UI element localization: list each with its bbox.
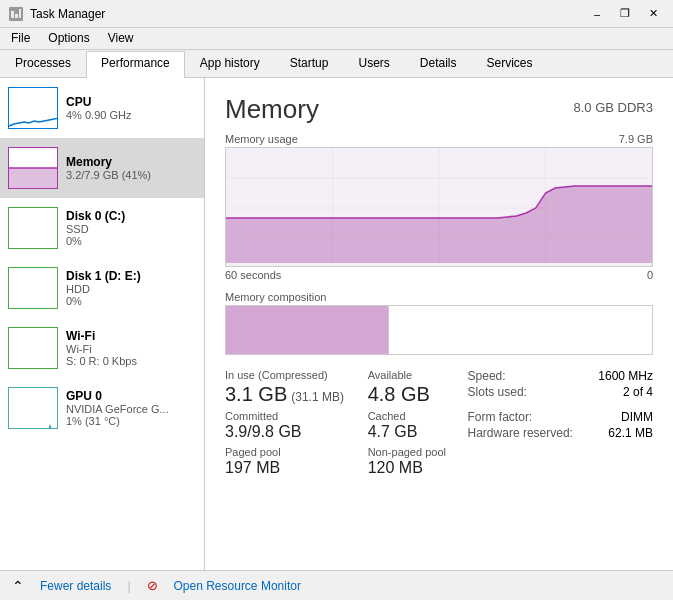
nonpaged-label: Non-paged pool xyxy=(368,446,468,458)
fewer-details-link[interactable]: Fewer details xyxy=(40,579,111,593)
wifi-info: Wi-Fi Wi-Fi S: 0 R: 0 Kbps xyxy=(66,329,196,367)
stat-paged: Paged pool 197 MB xyxy=(225,446,368,477)
restore-button[interactable]: ❐ xyxy=(613,4,637,24)
disk0-title: Disk 0 (C:) xyxy=(66,209,196,223)
menu-options[interactable]: Options xyxy=(45,30,92,47)
tab-app-history[interactable]: App history xyxy=(185,51,275,78)
sidebar-item-cpu[interactable]: CPU 4% 0.90 GHz xyxy=(0,78,204,138)
menu-file[interactable]: File xyxy=(8,30,33,47)
stat-committed: Committed 3.9/9.8 GB xyxy=(225,410,368,442)
stat-specs-right: Speed: 1600 MHz Slots used: 2 of 4 xyxy=(468,369,653,406)
speed-label: Speed: xyxy=(468,369,506,383)
memory-mini-graph xyxy=(8,147,58,189)
svg-rect-2 xyxy=(15,14,18,18)
tabs-bar: Processes Performance App history Startu… xyxy=(0,50,673,78)
comp-available-bar xyxy=(388,306,652,354)
wifi-sub2: S: 0 R: 0 Kbps xyxy=(66,355,196,367)
cached-value: 4.7 GB xyxy=(368,423,468,441)
cpu-mini-graph xyxy=(8,87,58,129)
monitor-icon: ⊘ xyxy=(147,578,158,593)
memory-info: Memory 3.2/7.9 GB (41%) xyxy=(66,155,196,181)
composition-label: Memory composition xyxy=(225,291,653,303)
time-start: 60 seconds xyxy=(225,269,281,281)
in-use-label: In use (Compressed) xyxy=(225,369,368,381)
svg-rect-1 xyxy=(11,11,14,18)
stat-specs-right2: Form factor: DIMM Hardware reserved: 62.… xyxy=(468,410,653,442)
footer: ⌃ Fewer details | ⊘ Open Resource Monito… xyxy=(0,570,673,600)
stat-nonpaged: Non-paged pool 120 MB xyxy=(368,446,468,477)
in-use-value: 3.1 GB xyxy=(225,382,287,406)
sidebar-item-disk0[interactable]: Disk 0 (C:) SSD 0% xyxy=(0,198,204,258)
title-bar: Task Manager – ❐ ✕ xyxy=(0,0,673,28)
memory-title: Memory xyxy=(66,155,196,169)
hw-value: 62.1 MB xyxy=(608,426,653,440)
gpu0-sub2: 1% (31 °C) xyxy=(66,415,196,427)
sidebar-item-wifi[interactable]: Wi-Fi Wi-Fi S: 0 R: 0 Kbps xyxy=(0,318,204,378)
slots-value: 2 of 4 xyxy=(623,385,653,399)
sidebar-item-disk1[interactable]: Disk 1 (D: E:) HDD 0% xyxy=(0,258,204,318)
close-button[interactable]: ✕ xyxy=(641,4,665,24)
usage-label: Memory usage xyxy=(225,133,298,145)
stats-row3: Paged pool 197 MB Non-paged pool 120 MB xyxy=(225,446,653,477)
cpu-info: CPU 4% 0.90 GHz xyxy=(66,95,196,121)
wifi-title: Wi-Fi xyxy=(66,329,196,343)
sidebar: CPU 4% 0.90 GHz Memory 3.2/7.9 GB (41%) xyxy=(0,78,205,570)
menu-bar: File Options View xyxy=(0,28,673,50)
title-controls: – ❐ ✕ xyxy=(585,4,665,24)
gpu0-title: GPU 0 xyxy=(66,389,196,403)
disk0-sub2: 0% xyxy=(66,235,196,247)
svg-rect-3 xyxy=(19,9,21,18)
disk1-title: Disk 1 (D: E:) xyxy=(66,269,196,283)
main-content: CPU 4% 0.90 GHz Memory 3.2/7.9 GB (41%) xyxy=(0,78,673,570)
disk1-sub2: 0% xyxy=(66,295,196,307)
tab-processes[interactable]: Processes xyxy=(0,51,86,78)
form-label: Form factor: xyxy=(468,410,533,424)
sidebar-item-memory[interactable]: Memory 3.2/7.9 GB (41%) xyxy=(0,138,204,198)
paged-label: Paged pool xyxy=(225,446,368,458)
tab-performance[interactable]: Performance xyxy=(86,51,185,78)
form-value: DIMM xyxy=(621,410,653,424)
chart-time-label: 60 seconds 0 xyxy=(225,269,653,281)
available-value: 4.8 GB xyxy=(368,382,468,406)
cpu-sub: 4% 0.90 GHz xyxy=(66,109,196,121)
disk1-info: Disk 1 (D: E:) HDD 0% xyxy=(66,269,196,307)
stat-specs-right3 xyxy=(468,446,653,477)
disk0-sub1: SSD xyxy=(66,223,196,235)
window-title: Task Manager xyxy=(30,7,105,21)
minimize-button[interactable]: – xyxy=(585,4,609,24)
tab-services[interactable]: Services xyxy=(472,51,548,78)
stats-row1: In use (Compressed) 3.1 GB (31.1 MB) Ava… xyxy=(225,369,653,406)
composition-chart xyxy=(225,305,653,355)
max-label: 7.9 GB xyxy=(619,133,653,145)
menu-view[interactable]: View xyxy=(105,30,137,47)
tab-startup[interactable]: Startup xyxy=(275,51,344,78)
gpu0-sub1: NVIDIA GeForce G... xyxy=(66,403,196,415)
detail-title: Memory xyxy=(225,94,319,125)
sidebar-item-gpu0[interactable]: GPU 0 NVIDIA GeForce G... 1% (31 °C) xyxy=(0,378,204,438)
nonpaged-value: 120 MB xyxy=(368,459,468,477)
svg-marker-4 xyxy=(9,168,58,189)
tab-users[interactable]: Users xyxy=(343,51,404,78)
memory-usage-chart xyxy=(225,147,653,267)
open-resource-monitor-link[interactable]: Open Resource Monitor xyxy=(174,579,301,593)
stat-in-use: In use (Compressed) 3.1 GB (31.1 MB) xyxy=(225,369,368,406)
memory-sub: 3.2/7.9 GB (41%) xyxy=(66,169,196,181)
slots-label: Slots used: xyxy=(468,385,527,399)
disk0-info: Disk 0 (C:) SSD 0% xyxy=(66,209,196,247)
committed-label: Committed xyxy=(225,410,368,422)
stat-available: Available 4.8 GB xyxy=(368,369,468,406)
title-bar-left: Task Manager xyxy=(8,6,105,22)
hw-label: Hardware reserved: xyxy=(468,426,573,440)
cpu-title: CPU xyxy=(66,95,196,109)
committed-value: 3.9/9.8 GB xyxy=(225,423,368,441)
detail-header: Memory 8.0 GB DDR3 xyxy=(225,94,653,125)
footer-separator: | xyxy=(127,579,130,593)
in-use-sub: (31.1 MB) xyxy=(291,390,344,404)
taskmanager-icon xyxy=(8,6,24,22)
stat-cached: Cached 4.7 GB xyxy=(368,410,468,442)
tab-details[interactable]: Details xyxy=(405,51,472,78)
detail-panel: Memory 8.0 GB DDR3 Memory usage 7.9 GB xyxy=(205,78,673,570)
wifi-mini-graph xyxy=(8,327,58,369)
gpu0-info: GPU 0 NVIDIA GeForce G... 1% (31 °C) xyxy=(66,389,196,427)
disk1-mini-graph xyxy=(8,267,58,309)
